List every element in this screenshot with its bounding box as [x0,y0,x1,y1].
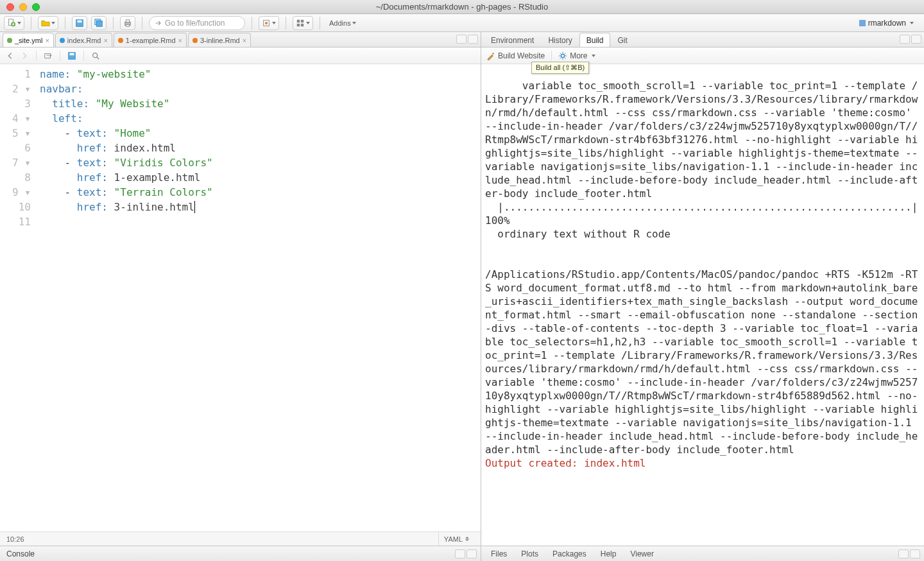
back-button[interactable] [5,51,15,61]
file-tab-label: 3-inline.Rmd [200,37,240,44]
svg-rect-13 [297,23,300,26]
build-output-highlight: Output created: index.html [485,457,646,469]
close-tab-button[interactable]: × [45,37,49,44]
forward-button[interactable] [19,51,30,61]
caret-down-icon [17,22,21,24]
window-title: ~/Documents/rmarkdown - gh-pages - RStud… [0,2,924,12]
svg-rect-11 [297,19,300,22]
code-editor[interactable]: 1 2 ▾3 4 ▾5 ▾6 7 ▾8 9 ▾10 11 name: "my-w… [0,64,481,531]
pane-tab[interactable]: Help [594,547,624,561]
caret-down-icon [592,55,595,57]
file-tab[interactable]: _site.yml× [3,33,54,47]
save-all-button[interactable] [91,16,107,30]
caret-down-icon [910,22,914,24]
code-content[interactable]: name: "my-website"navbar: title: "My Web… [36,64,481,531]
save-button[interactable] [67,51,77,61]
bottom-right-tabs: FilesPlotsPackagesHelpViewer [481,546,924,561]
minimize-pane-button[interactable] [455,549,465,558]
maximize-pane-button[interactable] [910,549,920,558]
goto-file-placeholder: Go to file/function [165,19,225,28]
build-output[interactable]: variable toc_smooth_scroll=1 --variable … [481,64,924,546]
pane-tab[interactable]: Plots [514,547,545,561]
editor-toolbar [0,47,481,64]
caret-down-icon [51,22,55,24]
pane-tab[interactable]: Files [484,547,514,561]
print-button[interactable] [120,16,135,30]
minimize-pane-button[interactable] [900,35,910,44]
new-file-button[interactable] [4,16,24,30]
build-website-button[interactable]: Build Website [486,51,545,60]
pane-tab[interactable]: Build [579,33,611,47]
find-button[interactable] [90,51,101,61]
svg-rect-8 [126,24,129,26]
svg-rect-17 [70,53,74,55]
svg-rect-3 [78,20,82,22]
caret-down-icon [306,22,310,24]
minimize-pane-button[interactable] [898,549,909,558]
broom-icon [486,51,495,60]
line-gutter: 1 2 ▾3 4 ▾5 ▾6 7 ▾8 9 ▾10 11 [0,64,36,531]
updown-icon [465,537,469,541]
save-button[interactable] [72,16,87,30]
build-output-text: variable toc_smooth_scroll=1 --variable … [485,80,924,456]
pane-tab[interactable]: Environment [484,33,541,47]
more-menu[interactable]: More [558,51,595,60]
project-menu[interactable]: rmarkdown [853,16,920,30]
macos-titlebar: ~/Documents/rmarkdown - gh-pages - RStud… [0,0,924,14]
svg-rect-15 [45,53,51,58]
pane-tab[interactable]: Viewer [623,547,660,561]
build-tooltip: Build all (⇧⌘B) [531,62,589,74]
pane-tab[interactable]: Git [610,33,634,47]
editor-statusbar: 10:26 YAML [0,531,481,546]
main-toolbar: Go to file/function Addins rmarkdown [0,14,924,32]
gear-icon [558,51,567,60]
build-toolbar: Build Website More Build all (⇧⌘B) [481,47,924,64]
maximize-pane-button[interactable] [468,35,478,44]
file-tab[interactable]: 3-inline.Rmd× [188,33,251,47]
file-tab-label: 1-example.Rmd [126,37,176,44]
file-tab-label: index.Rmd [67,37,101,44]
file-type-icon [193,38,198,43]
addins-menu[interactable]: Addins [327,16,359,30]
svg-rect-14 [301,23,304,26]
svg-rect-5 [97,21,103,26]
caret-down-icon [272,22,276,24]
file-tab[interactable]: index.Rmd× [55,33,112,47]
tools-button[interactable] [259,16,279,30]
top-right-tabs: EnvironmentHistoryBuildGit [481,32,924,47]
svg-point-18 [93,53,98,57]
console-tab[interactable]: Console [0,546,481,561]
file-type-icon [60,38,65,43]
svg-rect-12 [301,19,304,22]
close-tab-button[interactable]: × [243,37,246,44]
pane-tab[interactable]: Packages [545,547,594,561]
editor-tabs: _site.yml×index.Rmd×1-example.Rmd×3-inli… [0,32,481,47]
file-type-icon [7,38,12,43]
addins-label: Addins [329,19,351,27]
open-file-button[interactable] [38,16,58,30]
show-in-new-window-button[interactable] [43,51,53,61]
pane-tab[interactable]: History [541,33,579,47]
maximize-pane-button[interactable] [911,35,921,44]
file-type-icon [118,38,123,43]
grid-button[interactable] [293,16,313,30]
build-website-label: Build Website [498,51,545,60]
close-tab-button[interactable]: × [178,37,182,44]
language-select[interactable]: YAML [438,532,474,546]
goto-file-input[interactable]: Go to file/function [149,16,245,30]
maximize-pane-button[interactable] [466,549,477,558]
cursor-position: 10:26 [6,535,24,543]
file-tab-label: _site.yml [15,37,42,44]
file-tab[interactable]: 1-example.Rmd× [114,33,187,47]
svg-point-19 [561,54,565,57]
language-label: YAML [444,535,463,543]
project-name: rmarkdown [868,19,906,28]
arrow-icon [155,19,162,27]
minimize-pane-button[interactable] [456,35,466,44]
console-label: Console [6,549,35,558]
close-tab-button[interactable]: × [103,37,107,44]
caret-down-icon [352,22,356,24]
more-label: More [570,51,587,60]
project-icon [859,20,866,26]
svg-rect-10 [265,22,268,24]
